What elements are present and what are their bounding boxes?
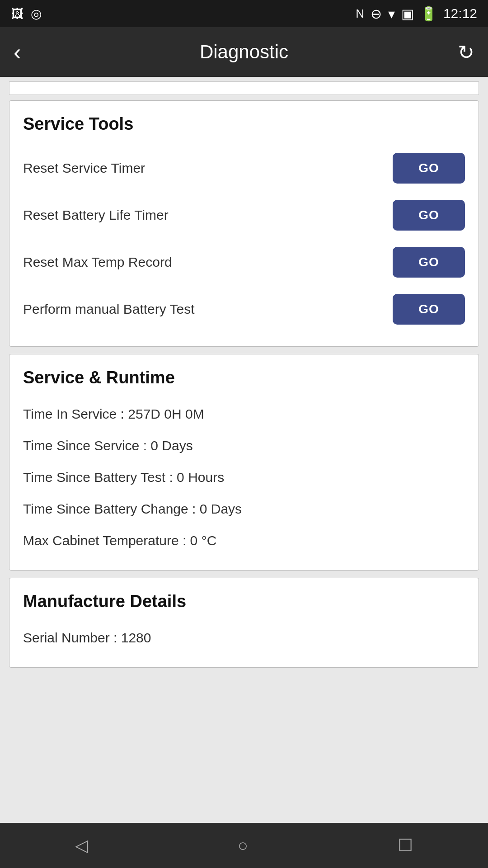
reset-service-timer-go-button[interactable]: GO <box>393 153 465 184</box>
time-since-battery-test-row: Time Since Battery Test : 0 Hours <box>23 462 465 493</box>
battery-icon: 🔋 <box>420 6 437 22</box>
time-in-service-row: Time In Service : 257D 0H 0M <box>23 398 465 430</box>
refresh-button[interactable]: ↻ <box>447 41 474 64</box>
back-nav-button[interactable]: ◁ <box>75 835 88 855</box>
time-since-service-row: Time Since Service : 0 Days <box>23 430 465 462</box>
service-tools-title: Service Tools <box>23 114 465 134</box>
manufacture-details-title: Manufacture Details <box>23 592 465 611</box>
max-cabinet-temperature-label: Max Cabinet Temperature : 0 °C <box>23 533 216 548</box>
tool-row-reset-battery-life-timer: Reset Battery Life Timer GO <box>23 192 465 239</box>
reset-service-timer-label: Reset Service Timer <box>23 160 145 176</box>
reset-battery-life-timer-go-button[interactable]: GO <box>393 200 465 231</box>
status-bar: 🖼 ◎ N ⊖ ▾ ▣ 🔋 12:12 <box>0 0 488 27</box>
partial-card <box>9 81 479 95</box>
tool-row-reset-max-temp-record: Reset Max Temp Record GO <box>23 239 465 286</box>
circle-icon: ◎ <box>31 6 42 21</box>
sim-icon: ▣ <box>401 6 414 22</box>
serial-number-row: Serial Number : 1280 <box>23 622 465 654</box>
service-runtime-title: Service & Runtime <box>23 368 465 387</box>
perform-manual-battery-test-label: Perform manual Battery Test <box>23 302 195 317</box>
time-since-battery-change-label: Time Since Battery Change : 0 Days <box>23 501 242 516</box>
time-since-battery-test-label: Time Since Battery Test : 0 Hours <box>23 470 224 485</box>
status-bar-right: N ⊖ ▾ ▣ 🔋 12:12 <box>356 6 477 22</box>
tool-row-perform-manual-battery-test: Perform manual Battery Test GO <box>23 286 465 333</box>
nfc-icon: N <box>356 7 364 21</box>
perform-manual-battery-test-go-button[interactable]: GO <box>393 294 465 325</box>
top-navigation-bar: ‹ Diagnostic ↻ <box>0 27 488 77</box>
serial-number-label: Serial Number : 1280 <box>23 630 151 645</box>
wifi-icon: ▾ <box>388 6 395 22</box>
max-cabinet-temperature-row: Max Cabinet Temperature : 0 °C <box>23 525 465 557</box>
time-since-service-label: Time Since Service : 0 Days <box>23 438 193 453</box>
service-tools-card: Service Tools Reset Service Timer GO Res… <box>9 100 479 347</box>
back-button[interactable]: ‹ <box>14 39 41 65</box>
tool-row-reset-service-timer: Reset Service Timer GO <box>23 145 465 192</box>
clock: 12:12 <box>443 6 477 21</box>
photo-icon: 🖼 <box>11 6 23 21</box>
reset-max-temp-record-label: Reset Max Temp Record <box>23 255 172 270</box>
main-content: Service Tools Reset Service Timer GO Res… <box>0 77 488 823</box>
reset-max-temp-record-go-button[interactable]: GO <box>393 247 465 278</box>
page-title: Diagnostic <box>41 41 447 63</box>
reset-battery-life-timer-label: Reset Battery Life Timer <box>23 208 169 223</box>
recent-nav-button[interactable]: ☐ <box>398 835 413 855</box>
service-runtime-card: Service & Runtime Time In Service : 257D… <box>9 354 479 571</box>
time-since-battery-change-row: Time Since Battery Change : 0 Days <box>23 493 465 525</box>
minus-circle-icon: ⊖ <box>371 6 382 22</box>
bottom-navigation-bar: ◁ ○ ☐ <box>0 823 488 868</box>
status-bar-left: 🖼 ◎ <box>11 6 42 21</box>
manufacture-details-card: Manufacture Details Serial Number : 1280 <box>9 578 479 668</box>
time-in-service-label: Time In Service : 257D 0H 0M <box>23 406 204 421</box>
home-nav-button[interactable]: ○ <box>238 836 248 855</box>
